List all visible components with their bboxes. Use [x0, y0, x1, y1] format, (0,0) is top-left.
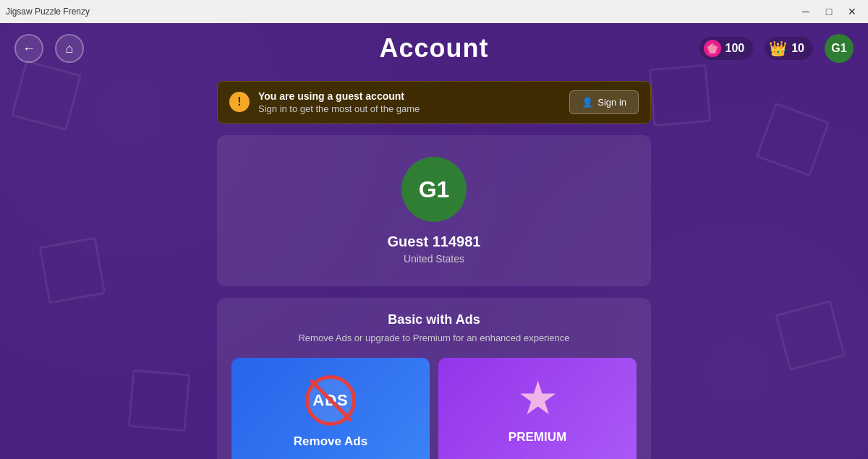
gem-counter: 100: [699, 37, 754, 60]
back-icon: ←: [22, 41, 35, 56]
titlebar: Jigsaw Puzzle Frenzy ─ □ ✕: [0, 0, 868, 23]
home-button[interactable]: ⌂: [55, 34, 84, 63]
app-title: Jigsaw Puzzle Frenzy: [6, 7, 90, 17]
premium-label: PREMIUM: [509, 430, 566, 445]
main-content: ! You are using a guest account Sign in …: [0, 74, 868, 459]
guest-banner: ! You are using a guest account Sign in …: [217, 81, 651, 124]
gem-count: 100: [726, 42, 745, 55]
remove-ads-icon: ADS: [305, 375, 356, 426]
profile-card: G1 Guest 114981 United States: [217, 135, 651, 286]
avatar-initials-header: G1: [831, 42, 846, 55]
window-controls: ─ □ ✕: [796, 4, 862, 19]
premium-icon: ★: [517, 375, 558, 421]
crown-count: 10: [791, 42, 804, 55]
subscription-description: Remove Ads or upgrade to Premium for an …: [231, 332, 637, 345]
profile-name: Guest 114981: [388, 233, 481, 250]
star-icon: ★: [517, 375, 558, 421]
minimize-button[interactable]: ─: [796, 4, 816, 19]
top-nav: ← ⌂ Account 100 👑 10: [0, 23, 868, 74]
subscription-title: Basic with Ads: [231, 312, 637, 327]
banner-sub-text: Sign in to get the most out of the game: [258, 103, 420, 114]
banner-info: ! You are using a guest account Sign in …: [229, 90, 420, 114]
close-button[interactable]: ✕: [842, 4, 862, 19]
banner-main-text: You are using a guest account: [258, 90, 420, 102]
remove-ads-option[interactable]: ADS Remove Ads Get Free Trial: [231, 358, 430, 459]
premium-option[interactable]: ★ PREMIUM Get Free Trial: [438, 358, 637, 459]
crown-counter: 👑 10: [765, 37, 813, 60]
nav-left: ← ⌂: [14, 34, 84, 63]
sign-in-label: Sign in: [597, 97, 626, 108]
gem-icon: [704, 40, 721, 57]
premium-top: ★ PREMIUM: [438, 358, 637, 459]
user-icon: 👤: [582, 97, 593, 108]
crown-icon: 👑: [769, 40, 787, 57]
nav-right: 100 👑 10 G1: [699, 34, 854, 63]
subscription-card: Basic with Ads Remove Ads or upgrade to …: [217, 298, 651, 459]
subscription-options: ADS Remove Ads Get Free Trial ★: [231, 358, 637, 459]
remove-ads-label: Remove Ads: [294, 434, 367, 449]
profile-avatar-initials: G1: [419, 176, 450, 203]
profile-location: United States: [404, 253, 464, 265]
banner-text: You are using a guest account Sign in to…: [258, 90, 420, 114]
maximize-button[interactable]: □: [819, 4, 839, 19]
sign-in-button[interactable]: 👤 Sign in: [569, 90, 639, 114]
back-button[interactable]: ←: [14, 34, 43, 63]
warning-icon: !: [229, 92, 250, 112]
user-avatar-header[interactable]: G1: [825, 34, 854, 63]
page-title: Account: [380, 33, 489, 64]
home-icon: ⌂: [66, 41, 74, 56]
app-container: ← ⌂ Account 100 👑 10: [0, 23, 868, 459]
profile-avatar: G1: [401, 157, 467, 222]
remove-ads-top: ADS Remove Ads: [231, 358, 430, 459]
